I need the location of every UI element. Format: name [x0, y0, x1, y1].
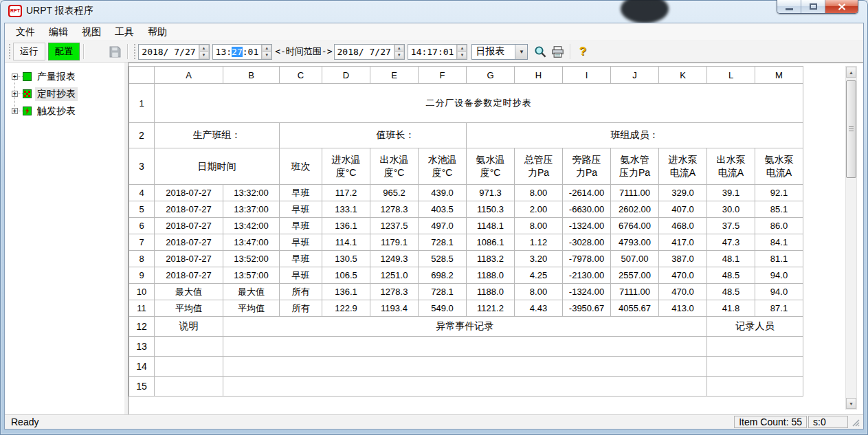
table-cell[interactable]: 7111.00 — [611, 284, 659, 300]
table-cell[interactable]: 氨水温 度°C — [467, 148, 515, 185]
table-cell[interactable]: 总管压 力Pa — [515, 148, 563, 185]
table-cell[interactable]: 氨水管 压力Pa — [611, 148, 659, 185]
scroll-up-icon[interactable]: ▲ — [846, 67, 856, 78]
table-cell[interactable] — [155, 337, 223, 357]
table-cell[interactable]: 8.00 — [515, 185, 563, 201]
table-cell[interactable]: 2018-07-27 — [155, 267, 223, 284]
table-cell[interactable]: 4.25 — [515, 267, 563, 284]
end-time-field[interactable]: 14:17:01 ▲ ▼ — [408, 44, 468, 60]
search-button[interactable] — [532, 44, 549, 60]
table-cell[interactable]: 1249.3 — [370, 251, 419, 267]
table-cell[interactable]: 94.0 — [755, 267, 803, 284]
column-header[interactable]: E — [370, 67, 419, 84]
table-cell[interactable]: 407.0 — [659, 201, 707, 218]
table-cell[interactable]: 早班 — [280, 185, 322, 201]
table-cell[interactable]: 早班 — [280, 218, 322, 234]
table-cell[interactable] — [223, 377, 707, 397]
table-cell[interactable]: 最大值 — [155, 284, 223, 300]
table-cell[interactable]: 403.5 — [419, 201, 467, 218]
maximize-button[interactable] — [801, 0, 825, 13]
table-cell[interactable]: 1183.2 — [467, 251, 515, 267]
sidebar-item-timed-meter-report[interactable]: + 定时抄表 — [5, 85, 124, 102]
config-button[interactable]: 配置 — [48, 43, 80, 60]
table-cell[interactable]: -6630.00 — [563, 201, 611, 218]
table-cell[interactable]: 二分厂设备参数定时抄表 — [155, 84, 803, 123]
table-cell[interactable]: 13:47:00 — [223, 234, 280, 251]
table-cell[interactable]: 3.20 — [515, 251, 563, 267]
table-cell[interactable]: 94.0 — [755, 284, 803, 300]
spin-down-icon[interactable]: ▼ — [457, 52, 467, 59]
table-cell[interactable]: 387.0 — [659, 251, 707, 267]
table-cell[interactable]: 记录人员 — [707, 317, 803, 337]
table-cell[interactable]: 班组成员： — [467, 123, 803, 148]
table-cell[interactable]: 异常事件记录 — [223, 317, 707, 337]
column-header[interactable]: K — [659, 67, 707, 84]
table-cell[interactable]: -1324.00 — [563, 218, 611, 234]
help-button[interactable]: ? — [574, 44, 591, 60]
spin-up-icon[interactable]: ▲ — [394, 45, 404, 52]
row-number[interactable]: 6 — [129, 218, 155, 234]
table-cell[interactable]: 85.1 — [755, 201, 803, 218]
table-cell[interactable]: 旁路压 力Pa — [563, 148, 611, 185]
save-button[interactable] — [107, 44, 124, 60]
table-cell[interactable]: 日期时间 — [155, 148, 280, 185]
table-cell[interactable]: 1193.4 — [370, 300, 419, 317]
table-cell[interactable] — [155, 357, 223, 377]
table-cell[interactable]: 早班 — [280, 267, 322, 284]
row-number[interactable]: 12 — [129, 317, 155, 337]
table-cell[interactable]: -1324.00 — [563, 284, 611, 300]
spin-down-icon[interactable]: ▼ — [394, 52, 404, 59]
row-number[interactable]: 14 — [129, 357, 155, 377]
run-button[interactable]: 运行 — [13, 43, 45, 60]
table-cell[interactable]: 136.1 — [322, 284, 370, 300]
table-cell[interactable]: 468.0 — [659, 218, 707, 234]
table-cell[interactable]: -3028.00 — [563, 234, 611, 251]
table-cell[interactable]: 39.1 — [707, 185, 755, 201]
table-cell[interactable]: 698.2 — [419, 267, 467, 284]
spin-up-icon[interactable]: ▲ — [262, 45, 271, 52]
table-cell[interactable]: 136.1 — [322, 218, 370, 234]
table-cell[interactable]: -2130.00 — [563, 267, 611, 284]
table-cell[interactable] — [707, 337, 803, 357]
column-header[interactable]: A — [155, 67, 223, 84]
table-cell[interactable]: 早班 — [280, 251, 322, 267]
table-cell[interactable]: 413.0 — [659, 300, 707, 317]
table-cell[interactable]: 329.0 — [659, 185, 707, 201]
table-cell[interactable]: 417.0 — [659, 234, 707, 251]
table-cell[interactable]: 497.0 — [419, 218, 467, 234]
column-header[interactable]: G — [467, 67, 515, 84]
table-cell[interactable]: 728.1 — [419, 284, 467, 300]
row-number[interactable]: 8 — [129, 251, 155, 267]
start-time-field[interactable]: 13:27:01 ▲ ▼ — [212, 44, 273, 60]
table-cell[interactable]: 早班 — [280, 201, 322, 218]
table-cell[interactable]: 30.0 — [707, 201, 755, 218]
row-number[interactable]: 13 — [129, 337, 155, 357]
menu-edit[interactable]: 编辑 — [42, 24, 75, 41]
table-cell[interactable]: 6764.00 — [611, 218, 659, 234]
table-cell[interactable]: 1278.3 — [370, 201, 419, 218]
table-cell[interactable]: 507.00 — [611, 251, 659, 267]
table-cell[interactable]: 出水泵 电流A — [707, 148, 755, 185]
row-number[interactable]: 10 — [129, 284, 155, 300]
menu-help[interactable]: 帮助 — [141, 24, 174, 41]
table-cell[interactable]: 1188.0 — [467, 267, 515, 284]
column-header[interactable]: D — [322, 67, 370, 84]
vertical-scrollbar[interactable]: ▲ ▼ — [845, 66, 857, 410]
sidebar-item-production-report[interactable]: + 产量报表 — [5, 68, 124, 85]
table-cell[interactable]: 13:52:00 — [223, 251, 280, 267]
table-cell[interactable]: 81.1 — [755, 251, 803, 267]
table-cell[interactable]: 进水泵 电流A — [659, 148, 707, 185]
table-cell[interactable]: 出水温 度°C — [370, 148, 419, 185]
table-cell[interactable]: 8.00 — [515, 218, 563, 234]
table-cell[interactable]: 1.12 — [515, 234, 563, 251]
table-cell[interactable]: 41.8 — [707, 300, 755, 317]
table-cell[interactable]: 2557.00 — [611, 267, 659, 284]
table-cell[interactable]: 说明 — [155, 317, 223, 337]
table-cell[interactable]: 所有 — [280, 284, 322, 300]
column-header[interactable]: B — [223, 67, 280, 84]
table-cell[interactable]: 2018-07-27 — [155, 218, 223, 234]
resize-grip[interactable] — [850, 417, 860, 427]
close-button[interactable] — [825, 0, 858, 13]
table-cell[interactable] — [155, 377, 223, 397]
row-number[interactable]: 4 — [129, 185, 155, 201]
